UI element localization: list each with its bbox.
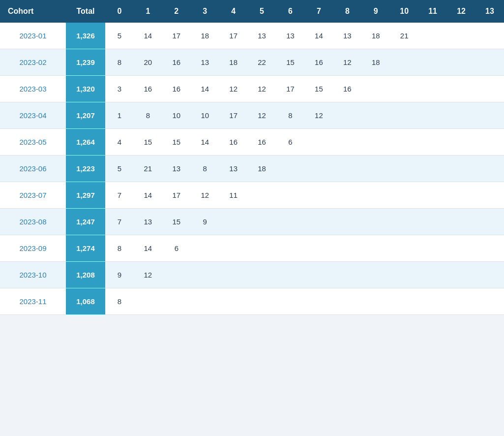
cohort-link[interactable]: 2023-09: [19, 244, 46, 252]
value-cell-col-3: 14: [191, 129, 219, 156]
value-cell-col-6: [276, 182, 305, 209]
value-cell-col-7: 15: [304, 76, 333, 102]
value-cell-col-11: [418, 102, 447, 129]
table-body: 2023-011,3265141718171313141318212023-02…: [0, 23, 504, 315]
header-7: 7: [304, 0, 333, 23]
header-2: 2: [162, 0, 191, 23]
table-row: 2023-091,2748146: [0, 235, 504, 262]
value-cell-col-8: [333, 209, 361, 235]
value-cell-col-2: [162, 262, 191, 288]
cohort-link[interactable]: 2023-06: [19, 164, 46, 173]
total-cell: 1,207: [66, 102, 105, 129]
total-cell: 1,208: [66, 262, 105, 288]
value-cell-col-9: 18: [361, 23, 390, 49]
value-cell-col-6: [276, 156, 305, 182]
value-cell-col-9: [361, 262, 390, 288]
cohort-cell: 2023-07: [0, 182, 66, 209]
value-cell-col-1: 14: [134, 235, 162, 262]
value-cell-col-1: 12: [134, 262, 162, 288]
value-cell-col-10: [390, 129, 418, 156]
value-cell-col-9: [361, 129, 390, 156]
cohort-cell: 2023-06: [0, 156, 66, 182]
value-cell-col-2: 10: [162, 102, 191, 129]
value-cell-col-7: [304, 182, 333, 209]
cohort-link[interactable]: 2023-05: [19, 138, 46, 146]
cohort-link[interactable]: 2023-08: [19, 218, 46, 226]
value-cell-col-4: 11: [219, 182, 248, 209]
value-cell-col-8: [333, 288, 361, 315]
value-cell-col-8: 16: [333, 76, 361, 102]
value-cell-col-2: 13: [162, 156, 191, 182]
value-cell-col-12: [447, 129, 475, 156]
value-cell-col-3: 14: [191, 76, 219, 102]
value-cell-col-4: 12: [219, 76, 248, 102]
value-cell-col-2: 16: [162, 49, 191, 76]
cohort-cell: 2023-01: [0, 23, 66, 49]
value-cell-col-0: 8: [105, 235, 134, 262]
cohort-table: CohortTotal012345678910111213 2023-011,3…: [0, 0, 504, 315]
cohort-cell: 2023-04: [0, 102, 66, 129]
value-cell-col-0: 3: [105, 76, 134, 102]
value-cell-col-7: [304, 288, 333, 315]
value-cell-col-13: [475, 156, 504, 182]
value-cell-col-13: [475, 129, 504, 156]
cohort-link[interactable]: 2023-01: [19, 31, 46, 40]
cohort-link[interactable]: 2023-11: [19, 297, 46, 306]
cohort-cell: 2023-02: [0, 49, 66, 76]
cohort-link[interactable]: 2023-10: [19, 271, 46, 279]
value-cell-col-4: [219, 262, 248, 288]
value-cell-col-7: 12: [304, 102, 333, 129]
cohort-cell: 2023-11: [0, 288, 66, 315]
header-8: 8: [333, 0, 361, 23]
value-cell-col-13: [475, 182, 504, 209]
value-cell-col-10: [390, 49, 418, 76]
value-cell-col-9: [361, 76, 390, 102]
value-cell-col-6: 15: [276, 49, 305, 76]
value-cell-col-3: 18: [191, 23, 219, 49]
value-cell-col-2: 16: [162, 76, 191, 102]
cohort-link[interactable]: 2023-03: [19, 85, 46, 93]
value-cell-col-4: [219, 235, 248, 262]
value-cell-col-1: 14: [134, 182, 162, 209]
header-1: 1: [134, 0, 162, 23]
table-row: 2023-031,32031616141212171516: [0, 76, 504, 102]
value-cell-col-0: 5: [105, 23, 134, 49]
value-cell-col-0: 5: [105, 156, 134, 182]
value-cell-col-5: [248, 262, 276, 288]
cohort-link[interactable]: 2023-04: [19, 111, 46, 120]
value-cell-col-8: 12: [333, 49, 361, 76]
value-cell-col-10: [390, 262, 418, 288]
value-cell-col-5: 13: [248, 23, 276, 49]
table-row: 2023-101,208912: [0, 262, 504, 288]
value-cell-col-6: [276, 288, 305, 315]
total-cell: 1,297: [66, 182, 105, 209]
cohort-link[interactable]: 2023-02: [19, 58, 46, 66]
value-cell-col-11: [418, 288, 447, 315]
value-cell-col-9: [361, 288, 390, 315]
value-cell-col-7: [304, 129, 333, 156]
value-cell-col-3: [191, 235, 219, 262]
value-cell-col-8: [333, 156, 361, 182]
value-cell-col-11: [418, 156, 447, 182]
value-cell-col-13: [475, 76, 504, 102]
value-cell-col-2: [162, 288, 191, 315]
table-row: 2023-081,247713159: [0, 209, 504, 235]
value-cell-col-4: 17: [219, 23, 248, 49]
value-cell-col-0: 8: [105, 49, 134, 76]
value-cell-col-0: 7: [105, 182, 134, 209]
value-cell-col-3: [191, 288, 219, 315]
total-cell: 1,223: [66, 156, 105, 182]
value-cell-col-13: [475, 288, 504, 315]
table-row: 2023-111,0688: [0, 288, 504, 315]
value-cell-col-5: 18: [248, 156, 276, 182]
value-cell-col-7: [304, 156, 333, 182]
total-cell: 1,264: [66, 129, 105, 156]
value-cell-col-3: 13: [191, 49, 219, 76]
value-cell-col-12: [447, 209, 475, 235]
value-cell-col-6: [276, 209, 305, 235]
value-cell-col-2: 6: [162, 235, 191, 262]
header-12: 12: [447, 0, 475, 23]
cohort-link[interactable]: 2023-07: [19, 191, 46, 199]
header-5: 5: [248, 0, 276, 23]
cohort-cell: 2023-09: [0, 235, 66, 262]
